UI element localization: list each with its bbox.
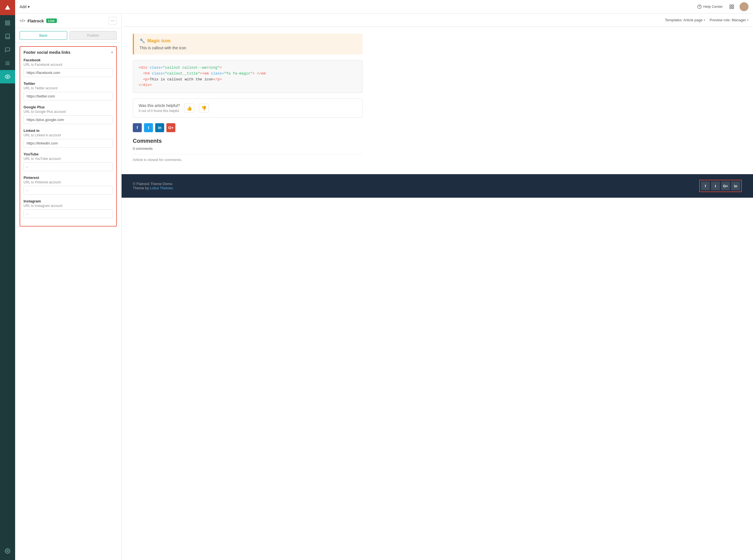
facebook-input[interactable]	[23, 68, 113, 77]
article-content: 🔧 Magic icon This is callout with the ic…	[121, 27, 374, 174]
footer-theme-prefix: Theme by	[133, 186, 150, 190]
linkedin-field-group: Linked in URL to Linked in account	[23, 128, 113, 147]
top-header: Add ▾ Help Center	[15, 0, 753, 14]
googleplus-label: Google Plus	[23, 105, 113, 109]
sidebar-item-chat[interactable]	[0, 43, 15, 57]
svg-point-8	[7, 76, 8, 78]
code-line-3: <p>This is callout with the icon</p>	[139, 77, 356, 83]
templates-dropdown[interactable]: Templates: Article page ▾	[665, 18, 705, 22]
preview-role-label: Preview role: Manager	[710, 18, 746, 22]
article-footer: © Flatrock Theme Demo Theme by Lotus The…	[121, 174, 753, 198]
social-icons-row: f t in G+	[133, 123, 363, 132]
code-line-4: </div>	[139, 82, 356, 88]
left-panel: </> Flatrock Live ··· Back Publish Foote…	[15, 14, 121, 560]
instagram-field-group: Instagram URL to Instagram account	[23, 199, 113, 218]
user-avatar[interactable]	[739, 2, 749, 11]
share-gplus-button[interactable]: G+	[167, 123, 175, 132]
twitter-desc: URL to Twitter account	[23, 86, 113, 90]
panel-title: Flatrock	[27, 19, 44, 23]
callout-title: 🔧 Magic icon	[139, 38, 357, 43]
svg-rect-13	[732, 5, 734, 6]
footer-facebook-icon[interactable]: f	[701, 181, 710, 191]
helpful-text-block: Was this article helpful? 0 out of 0 fou…	[139, 103, 180, 113]
twitter-label: Twitter	[23, 81, 113, 86]
twitter-field-group: Twitter URL to Twitter account	[23, 81, 113, 101]
footer-linkedin-icon[interactable]: in	[731, 181, 740, 191]
footer-left: © Flatrock Theme Demo Theme by Lotus The…	[133, 182, 173, 190]
comments-section: Comments 0 comments Article is closed fo…	[133, 138, 363, 162]
svg-rect-4	[8, 23, 10, 25]
youtube-label: YouTube	[23, 152, 113, 156]
callout-title-text: Magic icon	[147, 38, 171, 43]
googleplus-field-group: Google Plus URL to Google Plus account	[23, 105, 113, 124]
section-chevron-icon[interactable]: ▾	[111, 51, 113, 54]
templates-chevron-icon: ▾	[704, 19, 705, 22]
comments-count: 0 comments	[133, 146, 363, 154]
add-label: Add	[20, 4, 26, 9]
googleplus-input[interactable]	[23, 115, 113, 124]
publish-button: Publish	[70, 31, 117, 40]
code-bracket-icon: </>	[20, 19, 25, 23]
sidebar-item-book[interactable]	[0, 30, 15, 43]
helpful-question: Was this article helpful?	[139, 103, 180, 108]
callout-box: 🔧 Magic icon This is callout with the ic…	[133, 34, 363, 55]
instagram-input[interactable]	[23, 209, 113, 218]
add-button[interactable]: Add ▾	[20, 4, 30, 9]
code-line-2: <h4 class="callout__title"><em class="fa…	[139, 71, 356, 77]
thumbs-down-button[interactable]: 👎	[199, 104, 209, 113]
footer-copyright: © Flatrock Theme Demo	[133, 182, 173, 186]
sidebar-item-dashboard[interactable]	[0, 16, 15, 30]
svg-marker-0	[5, 5, 10, 10]
twitter-input[interactable]	[23, 92, 113, 101]
pinterest-field-group: Pinterest URL to Pinterest account	[23, 176, 113, 195]
share-twitter-button[interactable]: t	[144, 123, 153, 132]
social-links-section: Footer social media links ▾ Facebook URL…	[20, 46, 117, 226]
facebook-desc: URL to Facebook account	[23, 63, 113, 67]
footer-theme-link[interactable]: Lotus Themes	[150, 186, 173, 190]
section-title: Footer social media links	[23, 50, 70, 55]
sidebar-item-settings[interactable]	[0, 544, 15, 558]
right-content: Templates: Article page ▾ Preview role: …	[121, 14, 753, 560]
help-icon	[697, 4, 702, 9]
sidebar-item-menu[interactable]	[0, 57, 15, 70]
svg-rect-15	[732, 7, 734, 8]
help-center-link[interactable]: Help Center	[697, 4, 723, 9]
svg-rect-12	[730, 5, 731, 6]
callout-text: This is callout with the icon	[139, 46, 357, 50]
linkedin-input[interactable]	[23, 139, 113, 147]
linkedin-desc: URL to Linked in account	[23, 133, 113, 137]
share-facebook-button[interactable]: f	[133, 123, 142, 132]
sidebar-item-preview[interactable]	[0, 70, 15, 83]
panel-content: Footer social media links ▾ Facebook URL…	[15, 43, 121, 560]
svg-point-9	[7, 551, 8, 552]
live-badge: Live	[46, 19, 57, 23]
templates-dropdown-label: Templates: Article page	[665, 18, 702, 22]
thumbs-up-button[interactable]: 👍	[184, 104, 194, 113]
footer-theme: Theme by Lotus Themes	[133, 186, 173, 190]
helpful-box: Was this article helpful? 0 out of 0 fou…	[133, 99, 363, 118]
pinterest-desc: URL to Pinterest account	[23, 180, 113, 184]
pinterest-input[interactable]	[23, 186, 113, 195]
facebook-label: Facebook	[23, 58, 113, 62]
add-chevron-icon: ▾	[28, 4, 30, 9]
svg-rect-2	[8, 21, 10, 23]
comments-title: Comments	[133, 138, 363, 144]
pinterest-label: Pinterest	[23, 176, 113, 180]
svg-rect-1	[6, 21, 7, 23]
facebook-field-group: Facebook URL to Facebook account	[23, 58, 113, 77]
helpful-count: 0 out of 0 found this helpful	[139, 109, 180, 113]
help-center-label: Help Center	[703, 4, 723, 9]
preview-role-dropdown[interactable]: Preview role: Manager ▾	[710, 18, 749, 22]
instagram-label: Instagram	[23, 199, 113, 203]
youtube-field-group: YouTube URL to YouTube account	[23, 152, 113, 171]
footer-gplus-icon[interactable]: G+	[721, 181, 730, 191]
share-linkedin-button[interactable]: in	[155, 123, 164, 132]
grid-icon[interactable]	[727, 2, 736, 11]
footer-twitter-icon[interactable]: t	[711, 181, 720, 191]
more-options-button[interactable]: ···	[109, 17, 117, 25]
youtube-input[interactable]	[23, 162, 113, 171]
googleplus-desc: URL to Google Plus account	[23, 110, 113, 114]
back-button[interactable]: Back	[20, 31, 67, 40]
logo[interactable]	[0, 0, 15, 15]
linkedin-label: Linked in	[23, 128, 113, 133]
